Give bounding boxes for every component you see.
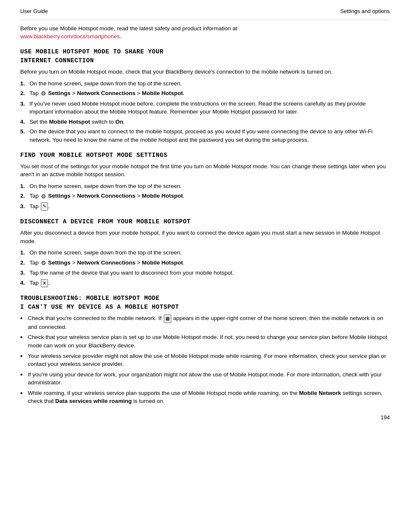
step-num: 4. bbox=[20, 279, 29, 287]
step-num: 3. bbox=[20, 100, 29, 108]
bullet-dot: • bbox=[20, 371, 28, 379]
bullet-dot: • bbox=[20, 352, 28, 361]
section-heading-3: DISCONNECT A DEVICE FROM YOUR MOBILE HOT… bbox=[20, 217, 390, 226]
step-2-2: 2. Tap ⚙ Settings > Network Connections … bbox=[20, 192, 390, 201]
pencil-icon: ✎ bbox=[41, 202, 48, 211]
step-num: 3. bbox=[20, 269, 29, 277]
bullet-3: • Your wireless service provider might n… bbox=[20, 352, 390, 368]
bullet-5: • While roaming, if your wireless servic… bbox=[20, 389, 390, 405]
step-num: 3. bbox=[20, 202, 29, 211]
section-3-intro: After you disconnect a device from your … bbox=[20, 229, 390, 245]
gear-icon: ⚙ bbox=[41, 259, 46, 267]
step-3-4: 4. Tap ✕. bbox=[20, 279, 390, 287]
step-text: Tap ⚙ Settings > Network Connections > M… bbox=[29, 89, 390, 98]
page-number: 194 bbox=[20, 414, 390, 422]
intro-link[interactable]: www.blackberry.com/docs/smartphones bbox=[20, 33, 120, 40]
bullet-text: While roaming, if your wireless service … bbox=[28, 389, 390, 405]
gear-icon: ⚙ bbox=[41, 192, 46, 201]
step-3-2: 2. Tap ⚙ Settings > Network Connections … bbox=[20, 259, 390, 267]
section-2-intro: You set most of the settings for your mo… bbox=[20, 162, 390, 179]
bullet-text: Check that your wireless service plan is… bbox=[28, 333, 390, 349]
signal-icon: ▦ bbox=[164, 315, 171, 323]
step-num: 2. bbox=[20, 89, 29, 98]
step-text: If you've never used Mobile Hotspot mode… bbox=[29, 100, 390, 116]
step-2-3: 3. Tap ✎. bbox=[20, 202, 390, 211]
step-text: On the device that you want to connect t… bbox=[29, 127, 390, 144]
bullet-2: • Check that your wireless service plan … bbox=[20, 333, 390, 349]
bullet-dot: • bbox=[20, 314, 28, 323]
step-text: Tap the name of the device that you want… bbox=[29, 269, 390, 277]
bullet-text: Check that you're connected to the mobil… bbox=[28, 314, 390, 331]
step-1-2: 2. Tap ⚙ Settings > Network Connections … bbox=[20, 89, 390, 98]
header-left: User Guide bbox=[20, 8, 48, 16]
step-num: 1. bbox=[20, 249, 29, 257]
troubleshooting-bullets: • Check that you're connected to the mob… bbox=[20, 314, 390, 405]
step-text: Tap ⚙ Settings > Network Connections > M… bbox=[29, 192, 390, 201]
bullet-dot: • bbox=[20, 333, 28, 342]
step-3-3: 3. Tap the name of the device that you w… bbox=[20, 269, 390, 277]
section-1-steps: 1. On the home screen, swipe down from t… bbox=[20, 79, 390, 144]
section-2-steps: 1. On the home screen, swipe down from t… bbox=[20, 182, 390, 211]
bullet-text: Your wireless service provider might not… bbox=[28, 352, 390, 368]
page-header: User Guide Settings and options bbox=[20, 8, 390, 16]
step-num: 1. bbox=[20, 182, 29, 191]
step-num: 1. bbox=[20, 79, 29, 88]
step-3-1: 1. On the home screen, swipe down from t… bbox=[20, 249, 390, 257]
step-text: Set the Mobile Hotspot switch to On. bbox=[29, 118, 390, 126]
section-heading-1: USE MOBILE HOTSPOT MODE TO SHARE YOURINT… bbox=[20, 48, 390, 65]
intro-link-suffix: . bbox=[120, 33, 122, 40]
step-num: 5. bbox=[20, 127, 29, 136]
step-text: Tap ✎. bbox=[29, 202, 390, 211]
bullet-text: If you're using your device for work, yo… bbox=[28, 371, 390, 387]
gear-icon: ⚙ bbox=[41, 89, 46, 98]
intro-paragraph: Before you use Mobile Hotspot mode, read… bbox=[20, 24, 390, 41]
section-3-steps: 1. On the home screen, swipe down from t… bbox=[20, 249, 390, 287]
section-find-settings: FIND YOUR MOBILE HOTSPOT MODE SETTINGS Y… bbox=[20, 151, 390, 211]
step-2-1: 1. On the home screen, swipe down from t… bbox=[20, 182, 390, 191]
step-1-3: 3. If you've never used Mobile Hotspot m… bbox=[20, 100, 390, 116]
step-text: Tap ✕. bbox=[29, 279, 390, 287]
intro-text: Before you use Mobile Hotspot mode, read… bbox=[20, 25, 237, 32]
step-text: On the home screen, swipe down from the … bbox=[29, 79, 390, 88]
step-num: 2. bbox=[20, 192, 29, 200]
step-text: On the home screen, swipe down from the … bbox=[29, 249, 390, 257]
step-num: 4. bbox=[20, 118, 29, 126]
bullet-dot: • bbox=[20, 389, 28, 398]
header-divider bbox=[20, 20, 390, 20]
section-troubleshooting: TROUBLESHOOTING: MOBILE HOTSPOT MODEI CA… bbox=[20, 294, 390, 405]
step-num: 2. bbox=[20, 259, 29, 267]
section-1-intro: Before you turn on Mobile Hotspot mode, … bbox=[20, 68, 390, 76]
step-text: Tap ⚙ Settings > Network Connections > M… bbox=[29, 259, 390, 267]
bullet-4: • If you're using your device for work, … bbox=[20, 371, 390, 387]
section-use-mobile-hotspot: USE MOBILE HOTSPOT MODE TO SHARE YOURINT… bbox=[20, 48, 390, 144]
x-icon: ✕ bbox=[41, 279, 48, 288]
step-1-4: 4. Set the Mobile Hotspot switch to On. bbox=[20, 118, 390, 126]
step-1-1: 1. On the home screen, swipe down from t… bbox=[20, 79, 390, 88]
bullet-1: • Check that you're connected to the mob… bbox=[20, 314, 390, 331]
step-text: On the home screen, swipe down from the … bbox=[29, 182, 390, 191]
section-heading-2: FIND YOUR MOBILE HOTSPOT MODE SETTINGS bbox=[20, 151, 390, 160]
header-right: Settings and options bbox=[340, 8, 390, 16]
step-1-5: 5. On the device that you want to connec… bbox=[20, 127, 390, 144]
section-disconnect-device: DISCONNECT A DEVICE FROM YOUR MOBILE HOT… bbox=[20, 217, 390, 287]
section-heading-4: TROUBLESHOOTING: MOBILE HOTSPOT MODEI CA… bbox=[20, 294, 390, 312]
